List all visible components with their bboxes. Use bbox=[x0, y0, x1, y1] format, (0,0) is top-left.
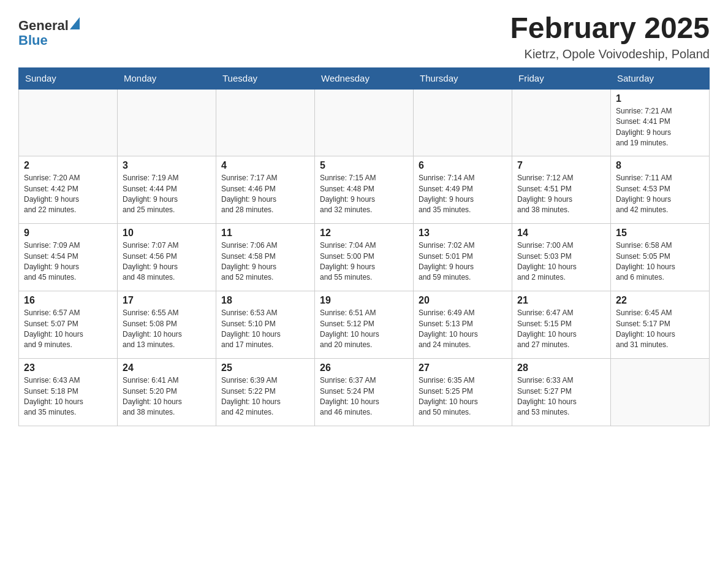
day-number: 3 bbox=[123, 160, 211, 171]
day-number: 9 bbox=[24, 228, 112, 239]
day-number: 28 bbox=[517, 362, 605, 373]
calendar-cell bbox=[118, 89, 216, 156]
calendar-cell bbox=[414, 89, 512, 156]
week-row-4: 23Sunrise: 6:43 AM Sunset: 5:18 PM Dayli… bbox=[19, 359, 710, 426]
day-info: Sunrise: 7:20 AM Sunset: 4:42 PM Dayligh… bbox=[24, 173, 112, 216]
calendar-cell: 12Sunrise: 7:04 AM Sunset: 5:00 PM Dayli… bbox=[315, 224, 414, 291]
day-info: Sunrise: 7:19 AM Sunset: 4:44 PM Dayligh… bbox=[123, 173, 211, 216]
logo-text-blue: Blue bbox=[18, 33, 48, 48]
calendar-cell: 19Sunrise: 6:51 AM Sunset: 5:12 PM Dayli… bbox=[315, 291, 414, 359]
calendar-cell: 28Sunrise: 6:33 AM Sunset: 5:27 PM Dayli… bbox=[512, 359, 611, 426]
day-info: Sunrise: 7:11 AM Sunset: 4:53 PM Dayligh… bbox=[616, 173, 704, 216]
day-info: Sunrise: 7:15 AM Sunset: 4:48 PM Dayligh… bbox=[320, 173, 408, 216]
title-block: February 2025 Kietrz, Opole Voivodeship,… bbox=[510, 12, 710, 61]
calendar-cell: 16Sunrise: 6:57 AM Sunset: 5:07 PM Dayli… bbox=[19, 291, 118, 359]
day-number: 2 bbox=[24, 160, 112, 171]
calendar-cell bbox=[512, 89, 611, 156]
calendar-cell: 23Sunrise: 6:43 AM Sunset: 5:18 PM Dayli… bbox=[19, 359, 118, 426]
weekday-header-monday: Monday bbox=[118, 67, 216, 89]
day-number: 8 bbox=[616, 160, 704, 171]
day-number: 19 bbox=[320, 295, 408, 306]
day-info: Sunrise: 7:06 AM Sunset: 4:58 PM Dayligh… bbox=[221, 240, 309, 283]
day-info: Sunrise: 7:21 AM Sunset: 4:41 PM Dayligh… bbox=[616, 106, 704, 149]
day-info: Sunrise: 6:33 AM Sunset: 5:27 PM Dayligh… bbox=[517, 375, 605, 418]
logo: General Blue bbox=[18, 18, 80, 48]
calendar-cell: 13Sunrise: 7:02 AM Sunset: 5:01 PM Dayli… bbox=[414, 224, 512, 291]
logo-triangle-icon bbox=[70, 17, 80, 29]
day-info: Sunrise: 6:55 AM Sunset: 5:08 PM Dayligh… bbox=[123, 308, 211, 351]
calendar-cell: 9Sunrise: 7:09 AM Sunset: 4:54 PM Daylig… bbox=[19, 224, 118, 291]
day-info: Sunrise: 6:43 AM Sunset: 5:18 PM Dayligh… bbox=[24, 375, 112, 418]
day-info: Sunrise: 7:07 AM Sunset: 4:56 PM Dayligh… bbox=[123, 240, 211, 283]
calendar-cell: 24Sunrise: 6:41 AM Sunset: 5:20 PM Dayli… bbox=[118, 359, 216, 426]
day-number: 6 bbox=[419, 160, 507, 171]
calendar-cell: 18Sunrise: 6:53 AM Sunset: 5:10 PM Dayli… bbox=[216, 291, 315, 359]
day-info: Sunrise: 6:57 AM Sunset: 5:07 PM Dayligh… bbox=[24, 308, 112, 351]
location-title: Kietrz, Opole Voivodeship, Poland bbox=[510, 47, 710, 61]
weekday-header-friday: Friday bbox=[512, 67, 611, 89]
day-number: 13 bbox=[419, 228, 507, 239]
calendar-cell bbox=[611, 359, 710, 426]
day-info: Sunrise: 7:14 AM Sunset: 4:49 PM Dayligh… bbox=[419, 173, 507, 216]
calendar-cell: 1Sunrise: 7:21 AM Sunset: 4:41 PM Daylig… bbox=[611, 89, 710, 156]
day-number: 16 bbox=[24, 295, 112, 306]
calendar-cell: 15Sunrise: 6:58 AM Sunset: 5:05 PM Dayli… bbox=[611, 224, 710, 291]
week-row-1: 2Sunrise: 7:20 AM Sunset: 4:42 PM Daylig… bbox=[19, 156, 710, 224]
day-info: Sunrise: 6:53 AM Sunset: 5:10 PM Dayligh… bbox=[221, 308, 309, 351]
page-header: General Blue February 2025 Kietrz, Opole… bbox=[18, 12, 710, 61]
day-number: 4 bbox=[221, 160, 309, 171]
week-row-0: 1Sunrise: 7:21 AM Sunset: 4:41 PM Daylig… bbox=[19, 89, 710, 156]
weekday-header-thursday: Thursday bbox=[414, 67, 512, 89]
calendar-cell bbox=[315, 89, 414, 156]
day-number: 21 bbox=[517, 295, 605, 306]
day-info: Sunrise: 7:17 AM Sunset: 4:46 PM Dayligh… bbox=[221, 173, 309, 216]
calendar-cell: 3Sunrise: 7:19 AM Sunset: 4:44 PM Daylig… bbox=[118, 156, 216, 224]
day-number: 17 bbox=[123, 295, 211, 306]
calendar-cell bbox=[216, 89, 315, 156]
day-info: Sunrise: 6:49 AM Sunset: 5:13 PM Dayligh… bbox=[419, 308, 507, 351]
day-number: 12 bbox=[320, 228, 408, 239]
logo-text-general: General bbox=[18, 18, 69, 33]
day-number: 25 bbox=[221, 362, 309, 373]
day-info: Sunrise: 6:45 AM Sunset: 5:17 PM Dayligh… bbox=[616, 308, 704, 351]
week-row-3: 16Sunrise: 6:57 AM Sunset: 5:07 PM Dayli… bbox=[19, 291, 710, 359]
calendar-cell: 5Sunrise: 7:15 AM Sunset: 4:48 PM Daylig… bbox=[315, 156, 414, 224]
calendar-cell: 6Sunrise: 7:14 AM Sunset: 4:49 PM Daylig… bbox=[414, 156, 512, 224]
calendar-cell: 21Sunrise: 6:47 AM Sunset: 5:15 PM Dayli… bbox=[512, 291, 611, 359]
day-number: 11 bbox=[221, 228, 309, 239]
week-row-2: 9Sunrise: 7:09 AM Sunset: 4:54 PM Daylig… bbox=[19, 224, 710, 291]
day-number: 23 bbox=[24, 362, 112, 373]
month-title: February 2025 bbox=[510, 12, 710, 45]
day-info: Sunrise: 6:37 AM Sunset: 5:24 PM Dayligh… bbox=[320, 375, 408, 418]
calendar-cell: 17Sunrise: 6:55 AM Sunset: 5:08 PM Dayli… bbox=[118, 291, 216, 359]
day-number: 5 bbox=[320, 160, 408, 171]
day-number: 7 bbox=[517, 160, 605, 171]
calendar-cell: 7Sunrise: 7:12 AM Sunset: 4:51 PM Daylig… bbox=[512, 156, 611, 224]
day-number: 27 bbox=[419, 362, 507, 373]
weekday-header-wednesday: Wednesday bbox=[315, 67, 414, 89]
calendar-cell: 10Sunrise: 7:07 AM Sunset: 4:56 PM Dayli… bbox=[118, 224, 216, 291]
day-number: 1 bbox=[616, 93, 704, 104]
calendar-cell: 11Sunrise: 7:06 AM Sunset: 4:58 PM Dayli… bbox=[216, 224, 315, 291]
weekday-header-saturday: Saturday bbox=[611, 67, 710, 89]
day-info: Sunrise: 6:47 AM Sunset: 5:15 PM Dayligh… bbox=[517, 308, 605, 351]
weekday-header-tuesday: Tuesday bbox=[216, 67, 315, 89]
calendar-cell: 8Sunrise: 7:11 AM Sunset: 4:53 PM Daylig… bbox=[611, 156, 710, 224]
day-number: 10 bbox=[123, 228, 211, 239]
day-number: 15 bbox=[616, 228, 704, 239]
day-info: Sunrise: 7:00 AM Sunset: 5:03 PM Dayligh… bbox=[517, 240, 605, 283]
day-info: Sunrise: 6:39 AM Sunset: 5:22 PM Dayligh… bbox=[221, 375, 309, 418]
day-number: 18 bbox=[221, 295, 309, 306]
day-info: Sunrise: 6:51 AM Sunset: 5:12 PM Dayligh… bbox=[320, 308, 408, 351]
calendar-cell: 26Sunrise: 6:37 AM Sunset: 5:24 PM Dayli… bbox=[315, 359, 414, 426]
day-info: Sunrise: 7:12 AM Sunset: 4:51 PM Dayligh… bbox=[517, 173, 605, 216]
day-info: Sunrise: 6:41 AM Sunset: 5:20 PM Dayligh… bbox=[123, 375, 211, 418]
weekday-header-row: SundayMondayTuesdayWednesdayThursdayFrid… bbox=[19, 67, 710, 89]
day-info: Sunrise: 6:35 AM Sunset: 5:25 PM Dayligh… bbox=[419, 375, 507, 418]
day-info: Sunrise: 6:58 AM Sunset: 5:05 PM Dayligh… bbox=[616, 240, 704, 283]
day-info: Sunrise: 7:09 AM Sunset: 4:54 PM Dayligh… bbox=[24, 240, 112, 283]
calendar-cell: 14Sunrise: 7:00 AM Sunset: 5:03 PM Dayli… bbox=[512, 224, 611, 291]
day-number: 22 bbox=[616, 295, 704, 306]
day-number: 14 bbox=[517, 228, 605, 239]
day-number: 26 bbox=[320, 362, 408, 373]
